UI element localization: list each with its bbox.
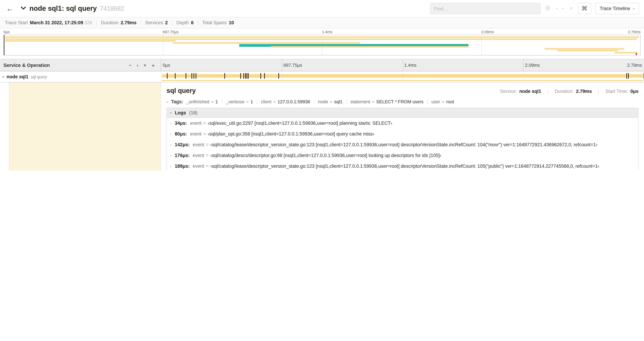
- clear-search-button[interactable]: ✕: [569, 6, 573, 11]
- chevron-right-icon: ›: [170, 121, 172, 125]
- chevron-right-icon: ›: [137, 63, 138, 67]
- minimap-time-label: 2.09ms: [481, 30, 494, 34]
- tag-item: _unfinished=1: [186, 99, 218, 104]
- tag-divider: [427, 100, 428, 104]
- log-event-tick: [196, 73, 196, 79]
- tag-divider: [257, 100, 257, 104]
- log-row[interactable]: › 189μs: event = ‹sql/catalog/lease/desc…: [167, 161, 638, 171]
- tags-accordion[interactable]: › Tags: _unfinished=1 _verbose=1 client=…: [166, 99, 638, 104]
- collapse-one-button[interactable]: ›: [130, 63, 132, 67]
- trace-minimap[interactable]: 0μs697.75μs1.4ms2.09ms2.79ms: [0, 29, 644, 56]
- ruler-label: 0μs: [163, 63, 170, 68]
- minimap-span: [615, 52, 638, 53]
- log-row[interactable]: › 80μs: event = ‹sql/plan_opt.go:358 [ns…: [167, 129, 638, 139]
- span-detail-header: sql query Service: node sql1 Duration: 2…: [166, 87, 638, 95]
- trace-view-label: Trace Timeline: [600, 6, 630, 11]
- logs-accordion-header[interactable]: › Logs (18): [167, 108, 638, 118]
- locate-button[interactable]: [545, 5, 551, 12]
- chevron-down-icon: ›: [128, 65, 133, 66]
- ruler-label: 2.79ms: [627, 63, 642, 68]
- log-time: 189μs:: [175, 164, 190, 169]
- log-key: event: [190, 131, 202, 137]
- trace-summary-bar: Trace Start March 31 2022, 17:25:09.326 …: [0, 17, 644, 29]
- find-input[interactable]: [430, 3, 541, 14]
- log-event-tick: [247, 73, 248, 79]
- span-bar-secondary: [162, 80, 643, 81]
- log-event-tick: [224, 73, 225, 79]
- minimap-canvas[interactable]: [4, 35, 640, 56]
- trace-start: Trace Start March 31 2022, 17:25:09.326: [5, 20, 92, 25]
- ruler-gridline: [402, 59, 403, 71]
- log-key: event: [193, 153, 204, 158]
- log-row[interactable]: › 142μs: event = ‹sql/catalog/lease/desc…: [167, 139, 638, 150]
- span-bar[interactable]: [162, 74, 643, 78]
- ruler-gridline: [523, 59, 524, 71]
- minimap-time-label: 697.75μs: [163, 30, 178, 34]
- tag-divider: [222, 100, 222, 104]
- top-bar: ← node sql1: sql query 7418682 ›: [0, 0, 644, 17]
- collapse-controls: › › » »: [130, 63, 154, 67]
- minimap-span: [5, 36, 639, 38]
- logs-list: › 34μs: event = ‹sql/exec_util.go:2297 […: [167, 118, 638, 171]
- span-detail-panel: sql query Service: node sql1 Duration: 2…: [161, 83, 644, 171]
- trace-view-dropdown[interactable]: Trace Timeline ›: [595, 3, 639, 14]
- span-track[interactable]: [161, 71, 644, 82]
- log-time: 34μs:: [175, 121, 187, 126]
- next-result-button[interactable]: ›: [562, 6, 564, 11]
- log-row[interactable]: › 34μs: event = ‹sql/exec_util.go:2297 […: [167, 118, 638, 129]
- service-operation-heading: Service & Operation: [4, 62, 130, 68]
- span-color-guide: [9, 83, 161, 171]
- expand-one-button[interactable]: ›: [137, 63, 138, 67]
- ruler-label: 697.75μs: [284, 63, 302, 68]
- ruler-label: 1.4ms: [404, 63, 416, 68]
- collapse-all-button[interactable]: »: [144, 63, 146, 67]
- logs-count: (18): [189, 110, 198, 115]
- chevron-down-icon: [20, 5, 26, 12]
- chevron-down-icon: ›: [169, 112, 173, 114]
- prev-result-button[interactable]: ›: [556, 6, 558, 11]
- keyboard-shortcuts-button[interactable]: ⌘: [578, 3, 591, 14]
- log-event-tick: [240, 73, 241, 79]
- chevron-up-icon: ›: [554, 8, 559, 9]
- tag-item: _verbose=1: [226, 99, 253, 104]
- log-event-tick: [248, 73, 248, 79]
- minimap-span: [5, 38, 637, 40]
- span-indent-column: [0, 83, 161, 171]
- log-event-tick: [260, 73, 261, 79]
- trace-collapse-button[interactable]: [20, 5, 26, 12]
- log-row[interactable]: › 176μs: event = ‹sql/catalog/descs/desc…: [167, 150, 638, 161]
- log-value: ‹sql/plan_opt.go:358 [nsql1,client=127.0…: [208, 131, 374, 137]
- minimap-span: [5, 40, 176, 42]
- log-event-tick: [175, 73, 176, 79]
- timeline-ruler: 0μs697.75μs1.4ms2.09ms2.79ms: [161, 59, 644, 71]
- minimap-span: [545, 48, 624, 49]
- service-name: node sql1: [6, 74, 28, 79]
- span-meta: Service: node sql1 Duration: 2.79ms Star…: [500, 89, 638, 94]
- expand-all-button[interactable]: »: [152, 63, 154, 67]
- trace-depth: Depth 6: [176, 20, 194, 25]
- log-time: 142μs:: [175, 142, 190, 147]
- command-icon: ⌘: [582, 5, 588, 12]
- locate-icon: [545, 5, 551, 12]
- minimap-span: [558, 50, 618, 51]
- log-event-tick: [245, 73, 246, 79]
- minimap-time-label: 1.4ms: [322, 30, 332, 34]
- log-value: ‹sql/catalog/lease/descriptor_version_st…: [210, 142, 598, 147]
- minimap-span: [172, 42, 360, 44]
- minimap-time-labels: 0μs697.75μs1.4ms2.09ms2.79ms: [4, 30, 640, 35]
- minimap-time-label: 0μs: [4, 30, 10, 34]
- log-value: ‹sql/exec_util.go:2297 [nsql1,client=127…: [208, 121, 392, 126]
- back-button[interactable]: ←: [5, 4, 15, 13]
- span-operation-title: sql query: [166, 87, 500, 95]
- log-time: 176μs:: [175, 153, 190, 158]
- chevron-down-icon: ›: [632, 8, 636, 9]
- log-key: event: [193, 164, 204, 169]
- span-row-label[interactable]: › node sql1 sql query: [0, 71, 161, 82]
- log-event-tick: [278, 73, 279, 79]
- trace-total-spans: Total Spans 10: [202, 20, 234, 25]
- span-row[interactable]: › node sql1 sql query: [0, 71, 644, 82]
- ruler-label: 2.09ms: [525, 63, 540, 68]
- log-time: 80μs:: [175, 131, 187, 137]
- trace-services: Services 2: [145, 20, 168, 25]
- tag-item: client=127.0.0.1:59936: [261, 99, 310, 104]
